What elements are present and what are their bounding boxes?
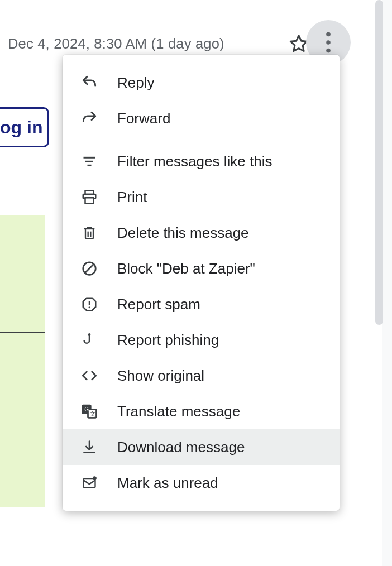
filter-icon bbox=[79, 151, 99, 171]
mark-unread-icon bbox=[79, 473, 99, 493]
menu-delete[interactable]: Delete this message bbox=[63, 215, 340, 251]
email-body-divider bbox=[0, 332, 45, 333]
menu-download-label: Download message bbox=[117, 439, 245, 456]
menu-download[interactable]: Download message bbox=[63, 429, 340, 465]
svg-rect-5 bbox=[88, 165, 92, 166]
svg-rect-22 bbox=[84, 479, 95, 487]
menu-report-phishing-label: Report phishing bbox=[117, 332, 219, 349]
menu-show-original[interactable]: Show original bbox=[63, 358, 340, 394]
svg-point-0 bbox=[326, 32, 331, 37]
download-icon bbox=[79, 437, 99, 457]
menu-delete-label: Delete this message bbox=[117, 224, 249, 242]
svg-line-11 bbox=[85, 265, 94, 273]
reply-icon bbox=[79, 73, 99, 93]
svg-point-23 bbox=[93, 476, 97, 480]
email-body-partial bbox=[0, 215, 45, 507]
svg-point-13 bbox=[89, 306, 90, 308]
svg-rect-4 bbox=[85, 161, 93, 162]
svg-text:G: G bbox=[84, 406, 89, 412]
translate-icon: G文 bbox=[79, 401, 99, 421]
menu-mark-unread[interactable]: Mark as unread bbox=[63, 465, 340, 501]
menu-translate-label: Translate message bbox=[117, 403, 240, 420]
menu-report-spam-label: Report spam bbox=[117, 296, 200, 313]
code-icon bbox=[79, 366, 99, 386]
menu-reply-label: Reply bbox=[117, 74, 154, 92]
menu-show-original-label: Show original bbox=[117, 367, 204, 385]
report-spam-icon bbox=[79, 294, 99, 314]
svg-point-2 bbox=[326, 49, 331, 53]
svg-point-1 bbox=[326, 40, 331, 45]
menu-report-phishing[interactable]: Report phishing bbox=[63, 322, 340, 358]
menu-translate[interactable]: G文 Translate message bbox=[63, 394, 340, 429]
message-timestamp: Dec 4, 2024, 8:30 AM (1 day ago) bbox=[8, 36, 224, 52]
menu-forward-label: Forward bbox=[117, 110, 170, 127]
svg-rect-7 bbox=[85, 198, 94, 203]
menu-print[interactable]: Print bbox=[63, 179, 340, 215]
svg-text:文: 文 bbox=[90, 411, 95, 417]
trash-icon bbox=[79, 223, 99, 243]
menu-print-label: Print bbox=[117, 189, 147, 206]
menu-mark-unread-label: Mark as unread bbox=[117, 474, 218, 492]
forward-icon bbox=[79, 108, 99, 128]
svg-point-14 bbox=[88, 333, 91, 336]
menu-separator bbox=[63, 140, 340, 140]
phishing-hook-icon bbox=[79, 330, 99, 350]
menu-report-spam[interactable]: Report spam bbox=[63, 286, 340, 322]
menu-block[interactable]: Block "Deb at Zapier" bbox=[63, 251, 340, 286]
login-button-partial[interactable]: og in bbox=[0, 107, 49, 147]
print-icon bbox=[79, 187, 99, 207]
scrollbar-thumb[interactable] bbox=[375, 0, 383, 325]
menu-forward[interactable]: Forward bbox=[63, 100, 340, 136]
more-vert-icon bbox=[326, 32, 331, 53]
menu-block-label: Block "Deb at Zapier" bbox=[117, 260, 255, 277]
message-more-menu: Reply Forward Filter messages like this … bbox=[63, 55, 340, 511]
right-gutter bbox=[382, 0, 392, 566]
menu-filter-label: Filter messages like this bbox=[117, 153, 272, 170]
login-button-label: og in bbox=[0, 117, 42, 138]
block-icon bbox=[79, 258, 99, 279]
menu-reply[interactable]: Reply bbox=[63, 65, 340, 100]
svg-rect-3 bbox=[84, 157, 95, 159]
menu-filter[interactable]: Filter messages like this bbox=[63, 143, 340, 179]
